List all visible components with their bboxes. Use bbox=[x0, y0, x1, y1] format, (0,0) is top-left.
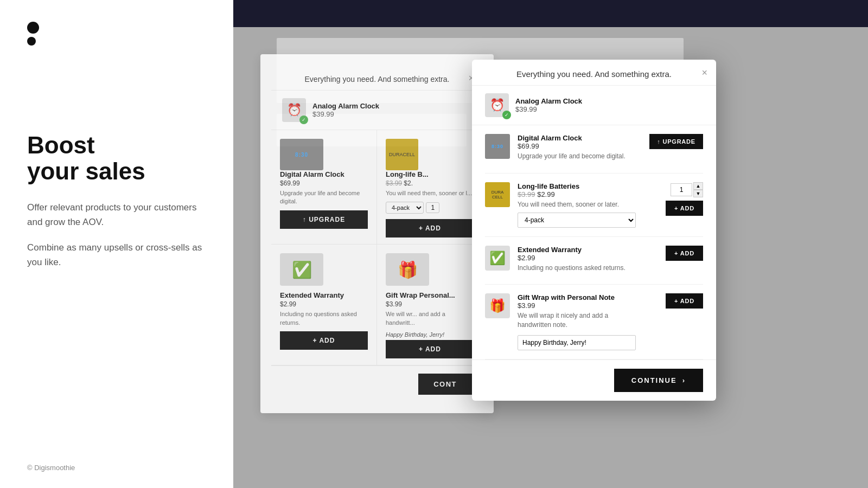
shadow-item-name: Analog Alarm Clock bbox=[312, 102, 379, 110]
full-warranty-price: $2.99 bbox=[518, 254, 636, 262]
full-batteries-icon: DURACELL bbox=[485, 182, 510, 207]
headline: Boost your sales bbox=[27, 132, 206, 185]
full-batteries-desc: You will need them, sooner or later. bbox=[518, 200, 636, 209]
full-upsell-batteries: DURACELL Long-life Batteries $3.99 $2.99… bbox=[485, 174, 703, 237]
full-qty-input[interactable] bbox=[671, 183, 692, 196]
shadow-warranty-add-button[interactable]: + ADD bbox=[280, 331, 368, 350]
full-item-price: $39.99 bbox=[515, 105, 582, 113]
full-upsell-list: 8:30 Digital Alarm Clock $69.99 Upgrade … bbox=[472, 125, 716, 359]
shadow-modal-header: Everything you need. And something extra… bbox=[271, 65, 483, 91]
right-panel: Everything you need. And something extra… bbox=[233, 0, 868, 488]
full-upgrade-button[interactable]: ↑ UPGRADE bbox=[649, 134, 703, 149]
modal-full: Everything you need. And something extra… bbox=[472, 60, 716, 401]
shadow-clock-image: ⏰ ✓ bbox=[282, 98, 306, 122]
modal-shadow: Everything you need. And something extra… bbox=[260, 54, 494, 413]
shadow-upsell-warranty: ✅ Extended Warranty $2.99 Including no q… bbox=[271, 245, 377, 365]
full-gift-note-input[interactable] bbox=[518, 335, 636, 350]
shadow-purchased-item: ⏰ ✓ Analog Alarm Clock $39.99 bbox=[271, 91, 483, 130]
shadow-modal-title: Everything you need. And something extra… bbox=[305, 75, 450, 84]
shadow-battery-select[interactable]: 4-pack bbox=[386, 202, 424, 214]
full-upsell-warranty: ✅ Extended Warranty $2.99 Including no q… bbox=[485, 237, 703, 285]
shadow-giftwrap-add-button[interactable]: + ADD bbox=[386, 340, 474, 358]
full-qty-stepper[interactable]: ▲ ▼ bbox=[671, 182, 703, 197]
full-item-name: Analog Alarm Clock bbox=[515, 97, 582, 105]
full-continue-button[interactable]: CONTINUE › bbox=[614, 369, 703, 392]
shadow-upsell-batteries: DURACELL Long-life B... $3.99 $2. You wi… bbox=[377, 130, 483, 245]
body-text-1: Offer relevant products to your customer… bbox=[27, 200, 206, 229]
shadow-upgrade-button[interactable]: ↑ UPGRADE bbox=[280, 210, 368, 229]
full-modal-title: Everything you need. And something extra… bbox=[516, 69, 672, 79]
full-giftwrap-name: Gift Wrap with Personal Note bbox=[518, 293, 636, 301]
shadow-batteries-img: DURACELL bbox=[386, 139, 418, 170]
full-giftwrap-price: $3.99 bbox=[518, 301, 636, 310]
shadow-item-price: $39.99 bbox=[312, 110, 379, 118]
full-giftwrap-add-button[interactable]: + ADD bbox=[666, 293, 703, 309]
full-check-badge: ✓ bbox=[502, 111, 511, 119]
full-purchased-item: ⏰ ✓ Analog Alarm Clock $39.99 bbox=[472, 86, 716, 125]
shadow-warranty-img: ✅ bbox=[280, 253, 323, 286]
full-digital-clock-desc: Upgrade your life and become digital. bbox=[518, 152, 636, 161]
left-panel: Boost your sales Offer relevant products… bbox=[0, 0, 233, 488]
full-digital-clock-icon: 8:30 bbox=[485, 134, 510, 159]
full-batteries-add-button[interactable]: + ADD bbox=[666, 201, 703, 216]
shadow-digital-clock-img: 8:30 bbox=[280, 139, 323, 170]
shadow-qty: 1 bbox=[426, 202, 439, 213]
shadow-upsell-digital-clock: 8:30 Digital Alarm Clock $69.99 Upgrade … bbox=[271, 130, 377, 245]
full-modal-footer: CONTINUE › bbox=[472, 359, 716, 401]
full-giftwrap-icon: 🎁 bbox=[485, 293, 510, 318]
shadow-modal-footer: CONT bbox=[271, 365, 483, 402]
body-text-2: Combine as many upsells or cross-sells a… bbox=[27, 240, 206, 269]
logo-dot-small bbox=[27, 37, 36, 46]
full-warranty-name: Extended Warranty bbox=[518, 246, 636, 254]
qty-up-button[interactable]: ▲ bbox=[693, 182, 703, 190]
gray-background: Everything you need. And something extra… bbox=[233, 27, 868, 488]
copyright: © Digismoothie bbox=[27, 464, 75, 472]
shadow-upsell-giftwrap: 🎁 Gift Wrap Personal... $3.99 We will wr… bbox=[377, 245, 483, 365]
full-giftwrap-desc: We will wrap it nicely and add a handwri… bbox=[518, 311, 636, 330]
full-warranty-add-button[interactable]: + ADD bbox=[666, 246, 703, 261]
full-modal-header: Everything you need. And something extra… bbox=[472, 60, 716, 86]
full-batteries-name: Long-life Batteries bbox=[518, 182, 636, 190]
full-continue-arrow: › bbox=[682, 376, 686, 384]
shadow-continue-button[interactable]: CONT bbox=[418, 374, 472, 395]
full-warranty-icon: ✅ bbox=[485, 246, 510, 271]
logo bbox=[27, 22, 206, 46]
full-upsell-giftwrap: 🎁 Gift Wrap with Personal Note $3.99 We … bbox=[485, 285, 703, 359]
shadow-batteries-add-button[interactable]: + ADD bbox=[386, 219, 474, 237]
full-clock-image: ⏰ ✓ bbox=[485, 93, 509, 117]
shadow-check-badge: ✓ bbox=[299, 115, 308, 124]
full-modal-close-button[interactable]: × bbox=[701, 67, 707, 79]
full-batteries-price: $3.99 $2.99 bbox=[518, 190, 636, 198]
full-battery-pack-select[interactable]: 4-pack 8-pack bbox=[518, 213, 636, 228]
shadow-giftwrap-img: 🎁 bbox=[386, 253, 429, 286]
full-digital-clock-name: Digital Alarm Clock bbox=[518, 134, 636, 142]
dark-top-bar bbox=[233, 0, 868, 27]
full-warranty-desc: Including no questions asked returns. bbox=[518, 264, 636, 273]
shadow-upsell-grid: 8:30 Digital Alarm Clock $69.99 Upgrade … bbox=[271, 130, 483, 365]
full-digital-clock-price: $69.99 bbox=[518, 142, 636, 150]
logo-dot-large bbox=[27, 22, 39, 34]
full-continue-label: CONTINUE bbox=[631, 376, 677, 384]
qty-down-button[interactable]: ▼ bbox=[693, 190, 703, 197]
full-upsell-digital-clock: 8:30 Digital Alarm Clock $69.99 Upgrade … bbox=[485, 125, 703, 174]
